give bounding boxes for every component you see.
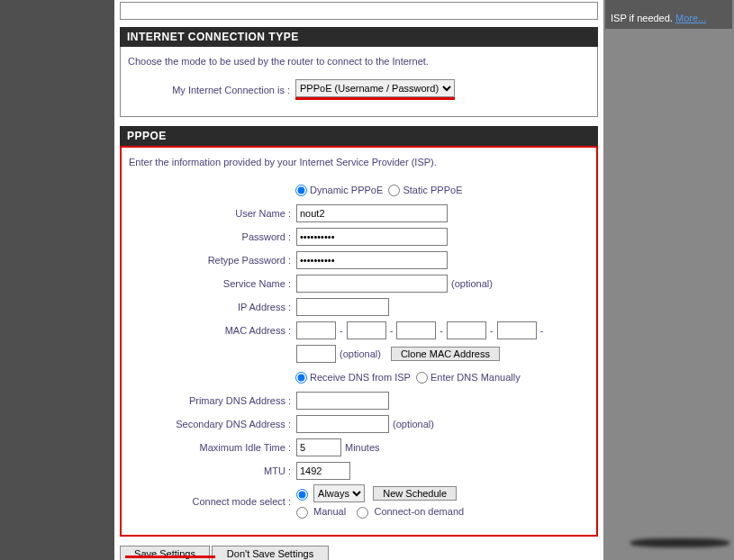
dynamic-pppoe-label: Dynamic PPPoE: [310, 185, 383, 195]
save-underline-indicator: [125, 555, 215, 558]
primary-dns-input[interactable]: [296, 392, 389, 410]
section-body-pppoe: Enter the information provided by your I…: [120, 146, 598, 537]
dns-mode-row: Receive DNS from ISP Enter DNS Manually: [129, 367, 589, 387]
mac-input-4[interactable]: [447, 321, 486, 339]
help-text: ISP if needed.: [611, 13, 673, 23]
connect-mode-label: Connect mode select :: [129, 496, 296, 507]
section-header-pppoe: PPPOE: [120, 126, 598, 146]
sdns-optional: (optional): [393, 419, 434, 429]
service-name-input[interactable]: [296, 275, 448, 293]
ict-conn-label: My Internet Connection is :: [128, 85, 295, 95]
idle-label: Maximum Idle Time :: [129, 442, 296, 453]
clone-mac-button[interactable]: Clone MAC Address: [391, 347, 500, 361]
decorative-smudge: [630, 538, 729, 547]
service-name-label: Service Name :: [129, 278, 296, 289]
mac-input-5[interactable]: [497, 321, 537, 339]
new-schedule-button[interactable]: New Schedule: [373, 486, 457, 501]
mtu-label: MTU :: [129, 465, 296, 476]
dns-manual-label: Enter DNS Manually: [430, 372, 521, 383]
static-pppoe-radio[interactable]: [388, 185, 400, 196]
secondary-dns-input[interactable]: [296, 415, 389, 433]
retype-password-label: Retype Password :: [129, 255, 296, 266]
password-label: Password :: [129, 231, 296, 242]
mtu-input[interactable]: [296, 462, 350, 480]
ict-description: Choose the mode to be used by the router…: [128, 56, 590, 67]
connect-always-radio[interactable]: [296, 489, 308, 501]
retype-password-input[interactable]: [296, 251, 448, 269]
connect-always-select[interactable]: Always: [313, 484, 365, 502]
mac-input-2[interactable]: [347, 321, 386, 339]
dont-save-settings-button[interactable]: Don't Save Settings: [212, 546, 329, 560]
minutes-label: Minutes: [345, 442, 380, 453]
mac-address-label: MAC Address :: [129, 325, 296, 336]
secondary-dns-label: Secondary DNS Address :: [129, 419, 296, 429]
help-sidebar: ISP if needed. More...: [605, 0, 732, 29]
mac-input-1[interactable]: [296, 321, 336, 339]
connection-type-select[interactable]: PPPoE (Username / Password): [295, 79, 455, 97]
mac-optional: (optional): [340, 348, 381, 359]
pppoe-mode-row: Dynamic PPPoE Static PPPoE: [129, 180, 589, 200]
password-input[interactable]: [296, 228, 448, 246]
idle-time-input[interactable]: [296, 438, 341, 456]
section-header-ict: INTERNET CONNECTION TYPE: [120, 27, 598, 47]
dns-manual-radio[interactable]: [416, 372, 428, 384]
section-body-ict: Choose the mode to be used by the router…: [120, 47, 598, 117]
user-label: User Name :: [129, 208, 296, 219]
dns-isp-label: Receive DNS from ISP: [310, 372, 411, 383]
top-blank-box: [120, 2, 598, 20]
mac-address-fields: - - - - -: [296, 321, 543, 339]
dns-isp-radio[interactable]: [295, 372, 307, 384]
user-name-input[interactable]: [296, 204, 448, 222]
connect-ondemand-label: Connect-on demand: [374, 506, 464, 517]
ip-address-label: IP Address :: [129, 302, 296, 312]
primary-dns-label: Primary DNS Address :: [129, 395, 296, 406]
mac-input-6[interactable]: [296, 345, 336, 363]
connect-manual-label: Manual: [313, 506, 346, 517]
connect-manual-radio[interactable]: [296, 507, 308, 519]
ip-address-input[interactable]: [296, 298, 389, 316]
mac-input-3[interactable]: [396, 321, 436, 339]
static-pppoe-label: Static PPPoE: [403, 185, 462, 195]
connect-ondemand-radio[interactable]: [357, 507, 368, 519]
dynamic-pppoe-radio[interactable]: [295, 185, 307, 196]
main-panel: INTERNET CONNECTION TYPE Choose the mode…: [114, 0, 603, 560]
more-link[interactable]: More...: [675, 13, 706, 23]
service-optional: (optional): [451, 278, 493, 289]
pppoe-description: Enter the information provided by your I…: [129, 157, 589, 167]
